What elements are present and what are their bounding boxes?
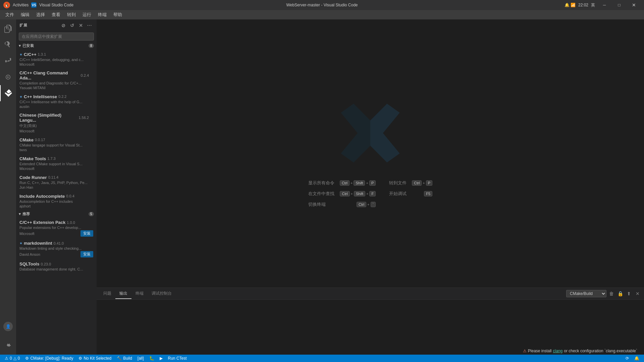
error-icon: ⚠ (5, 356, 8, 361)
menu-help[interactable]: 帮助 (111, 11, 125, 18)
menu-edit[interactable]: 编辑 (18, 11, 32, 18)
ext-publisher-cpp: Microsoft (19, 62, 93, 66)
panel-tab-terminal[interactable]: 终端 (131, 289, 148, 299)
extension-item-code-runner[interactable]: Code Runner 0.11.4 ⚙ Run C, C++, Java, J… (16, 173, 97, 191)
ext-name-row-chinese: Chinese (Simplified) Langu... 1.56.2 (19, 113, 89, 123)
panel-tab-output[interactable]: 输出 (115, 289, 131, 299)
menu-run[interactable]: 运行 (80, 11, 94, 18)
error-notification-link[interactable]: clang (553, 349, 563, 353)
error-notification: ⚠ Please install clang or check configur… (520, 347, 641, 355)
shortcut-keys-find-in-files: Ctrl + Shift + F (340, 191, 376, 196)
title-bar: 🐧 Activities VS Visual Studio Code WebSe… (0, 0, 644, 10)
panel-clear-button[interactable]: 🗑 (608, 290, 615, 297)
ext-desc-cmake: CMake langage support for Visual St... (19, 143, 93, 147)
activity-run-debug[interactable] (0, 69, 16, 85)
error-count: 0 (10, 356, 12, 361)
ext-desc-clang: Completion and Diagnostic for C/C+... (19, 81, 93, 85)
filter-button[interactable]: ⊘ (60, 22, 67, 29)
extension-item-cpp-pack[interactable]: C/C++ Extension Pack 1.0.0 Popular exten… (16, 218, 97, 239)
extension-item-cpp[interactable]: ★ C/C++ 1.3.1 ⚙ C/C++ IntelliSense, debu… (16, 50, 97, 68)
status-build-target[interactable]: [all] (135, 355, 147, 362)
title-bar-left: 🐧 Activities VS Visual Studio Code (3, 2, 73, 8)
ext-publisher-cmake: twxs (19, 148, 93, 152)
menu-view[interactable]: 查看 (49, 11, 63, 18)
panel-lock-button[interactable]: 🔒 (616, 290, 624, 297)
title-bar-right: 🔔 📶 22:02 英 ─ □ ✕ (565, 0, 641, 10)
extension-item-include-autocomplete[interactable]: Include Autocomplete 0.0.4 ⚙ Autocomplet… (16, 191, 97, 210)
maximize-button[interactable]: □ (612, 0, 626, 10)
shortcut-keys-toggle-terminal: Ctrl + ` (357, 202, 376, 207)
extension-search-box[interactable] (19, 33, 94, 41)
install-markdownlint-button[interactable]: 安装 (80, 251, 93, 257)
extension-item-markdownlint[interactable]: ★ markdownlint 0.41.0 Markdown linting a… (16, 239, 97, 259)
minimize-button[interactable]: ─ (598, 0, 611, 10)
ext-desc-cmake-tools: Extended CMake support in Visual S... (19, 162, 93, 166)
shortcut-start-debug: 开始调试 F5 (389, 191, 432, 197)
more-button[interactable]: ··· (86, 22, 93, 29)
ext-desc-chinese: 中文(简体) (19, 123, 93, 128)
ext-header-cpp-pack: C/C++ Extension Pack 1.0.0 (19, 220, 93, 225)
ext-header-cmake-tools: CMake Tools 1.7.3 ⚙ (19, 156, 93, 161)
extension-item-chinese[interactable]: Chinese (Simplified) Langu... 1.56.2 ⚙ 中… (16, 111, 97, 135)
editor-main: 显示所有命令 Ctrl + Shift + P 转到文件 Ctrl (97, 19, 644, 288)
ext-header-intellisense: ★ C++ Intellisense 0.2.2 ⚙ (19, 94, 93, 99)
extension-item-clang[interactable]: C/C++ Clang Command Ada... 0.2.4 ⚙ Compl… (16, 68, 97, 92)
installed-badge: 8 (89, 44, 94, 48)
recommended-chevron (19, 212, 21, 216)
ext-publisher-intellisense: austin (19, 105, 93, 109)
ext-name-clang: C/C++ Clang Command Ada... (19, 70, 79, 80)
panel-maximize-button[interactable]: ⬆ (625, 290, 633, 297)
install-cpp-pack-button[interactable]: 安装 (80, 230, 93, 237)
panel-output-dropdown[interactable]: CMake/Build (566, 290, 606, 297)
refresh-button[interactable]: ↺ (68, 22, 76, 29)
panel-tab-actions: CMake/Build 🗑 🔒 ⬆ ✕ (566, 290, 641, 297)
ext-header-cmake: CMake 0.0.17 ⚙ (19, 137, 93, 142)
extension-search-input[interactable] (22, 34, 91, 39)
ext-header-markdownlint: ★ markdownlint 0.41.0 (19, 241, 93, 246)
extension-item-intellisense[interactable]: ★ C++ Intellisense 0.2.2 ⚙ C/C++ Intelli… (16, 92, 97, 111)
clear-button[interactable]: ✕ (77, 22, 85, 29)
bell-icon: 🔔 (634, 356, 639, 361)
status-run-icon[interactable]: ▶ (157, 355, 165, 362)
activity-explorer[interactable] (0, 21, 16, 37)
panel-close-button[interactable]: ✕ (634, 290, 641, 297)
status-errors[interactable]: ⚠ 0 △ 0 (2, 355, 22, 362)
editor-area: 显示所有命令 Ctrl + Shift + P 转到文件 Ctrl (97, 19, 644, 355)
activity-search[interactable] (0, 37, 16, 53)
status-bell[interactable]: 🔔 (632, 355, 642, 362)
status-no-kit[interactable]: ⚙ No Kit Selected (76, 355, 114, 362)
activity-source-control[interactable] (0, 53, 16, 69)
activity-avatar[interactable]: 👤 (0, 318, 16, 335)
status-sync[interactable]: ⟳ (623, 355, 632, 362)
extension-item-cmake-tools[interactable]: CMake Tools 1.7.3 ⚙ Extended CMake suppo… (16, 154, 97, 173)
status-run-ctest[interactable]: Run CTest (165, 355, 190, 362)
status-debug-icon[interactable]: 🐛 (147, 355, 157, 362)
menu-file[interactable]: 文件 (3, 11, 17, 18)
vscode-welcome-logo (337, 100, 404, 167)
status-build[interactable]: 🔨 Build (114, 355, 135, 362)
run-icon: ▶ (160, 356, 163, 361)
ext-name-cpp-pack: C/C++ Extension Pack (19, 220, 65, 225)
sync-icon: ⟳ (626, 356, 629, 361)
status-cmake-status[interactable]: ⚙ CMake: [Debug]: Ready (22, 355, 76, 362)
ext-star-intellisense: ★ (19, 95, 22, 99)
panel-tab-problems[interactable]: 问题 (99, 289, 115, 299)
menu-terminal[interactable]: 终端 (95, 11, 109, 18)
installed-section-header[interactable]: 已安装 8 (16, 42, 97, 50)
activity-extensions[interactable] (0, 85, 16, 101)
shortcut-goto-file: 转到文件 Ctrl + P (389, 180, 432, 186)
menu-select[interactable]: 选择 (34, 11, 48, 18)
extension-item-sqltools[interactable]: SQLTools 0.23.0 Database management done… (16, 259, 97, 273)
ext-name-row-cmake: CMake 0.0.17 (19, 137, 45, 142)
system-tray: 🔔 📶 22:02 英 (565, 2, 595, 8)
ext-name-intellisense: C++ Intellisense (24, 94, 57, 99)
close-button[interactable]: ✕ (627, 0, 641, 10)
recommended-section-header[interactable]: 推荐 5 (16, 210, 97, 218)
activity-settings[interactable] (0, 337, 16, 353)
activities-label[interactable]: Activities (13, 3, 29, 7)
extension-item-cmake[interactable]: CMake 0.0.17 ⚙ CMake langage support for… (16, 135, 97, 154)
ext-desc-code-runner: Run C, C++, Java, JS, PHP, Python, Pe... (19, 181, 93, 185)
panel-tab-debug-console[interactable]: 调试控制台 (148, 289, 176, 299)
menu-goto[interactable]: 转到 (64, 11, 78, 18)
ext-desc-cpp-pack: Popular extensions for C++ develop... (19, 226, 93, 230)
